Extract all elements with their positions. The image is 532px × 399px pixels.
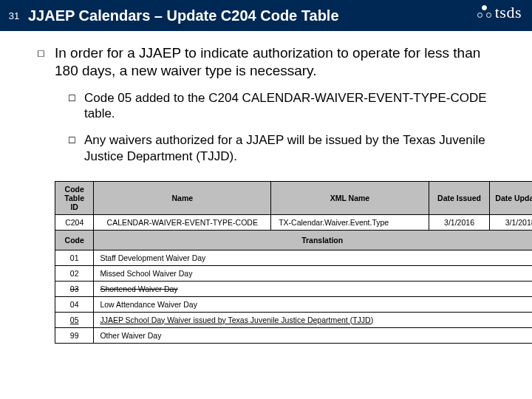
slide-title: JJAEP Calendars – Update C204 Code Table [28,0,339,31]
sub-bullet-2-text: Any waivers authorized for a JJAEP will … [84,132,505,165]
cell-code: 05 [55,312,94,327]
cell-xml: TX-Calendar.Waiver.Event.Type [271,214,429,230]
table-row: 03 Shortened Waiver Day [55,281,533,296]
cell-date-updated: 3/1/2018 [490,214,532,230]
table-row: 99 Other Waiver Day [55,327,533,343]
checkbox-icon: ☐ [68,132,84,149]
square-bullet-icon: ◻ [37,44,55,62]
cell-code: 99 [55,327,94,343]
table-row: 04 Low Attendance Waiver Day [55,296,533,312]
th-date-updated: Date Updated [490,181,532,214]
cell-translation: Shortened Waiver Day [94,281,532,296]
table-row: 01 Staff Development Waiver Day [55,250,533,265]
table-header-row: Code Table ID Name XML Name Date Issued … [55,181,533,214]
cell-code: 01 [55,250,94,265]
slide-body: ◻ In order for a JJAEP to indicate autho… [0,31,532,344]
cell-code: 02 [55,265,94,281]
tsds-logo: tsds [477,3,522,22]
code-table: Code Table ID Name XML Name Date Issued … [55,181,532,344]
cell-translation: Missed School Waiver Day [94,265,532,281]
translation-header-row: Code Translation [55,230,533,250]
table-row: 05 JJAEP School Day Waiver issued by Tex… [55,312,533,327]
cell-name: CALENDAR-WAIVER-EVENT-TYPE-CODE [94,214,271,230]
sub-bullet-list: ☐ Code 05 added to the C204 CALENDAR-WAI… [68,90,505,165]
th-name: Name [94,181,271,214]
logo-text: tsds [495,3,522,22]
cell-id: C204 [55,214,94,230]
cell-translation: JJAEP School Day Waiver issued by Texas … [94,312,532,327]
th-date-issued: Date Issued [429,181,490,214]
cell-translation: Staff Development Waiver Day [94,250,532,265]
sub-bullet-2: ☐ Any waivers authorized for a JJAEP wil… [68,132,505,165]
th-translation: Translation [94,230,532,250]
sub-bullet-1-text: Code 05 added to the C204 CALENDAR-WAIVE… [84,90,505,123]
sub-bullet-1: ☐ Code 05 added to the C204 CALENDAR-WAI… [68,90,505,123]
cell-translation: Low Attendance Waiver Day [94,296,532,312]
slide-header: 31 JJAEP Calendars – Update C204 Code Ta… [0,0,532,31]
cell-code: 04 [55,296,94,312]
page-number: 31 [0,0,28,31]
checkbox-icon: ☐ [68,90,84,106]
th-code-table-id: Code Table ID [55,181,94,214]
cell-translation: Other Waiver Day [94,327,532,343]
th-code: Code [55,230,94,250]
cell-date-issued: 3/1/2016 [429,214,490,230]
main-bullet-text: In order for a JJAEP to indicate authori… [55,44,505,80]
th-xml-name: XML Name [271,181,429,214]
main-bullet: ◻ In order for a JJAEP to indicate autho… [37,44,505,80]
table-row: 02 Missed School Waiver Day [55,265,533,281]
cell-code: 03 [55,281,94,296]
logo-dots-icon [477,5,492,20]
table-row: C204 CALENDAR-WAIVER-EVENT-TYPE-CODE TX-… [55,214,533,230]
